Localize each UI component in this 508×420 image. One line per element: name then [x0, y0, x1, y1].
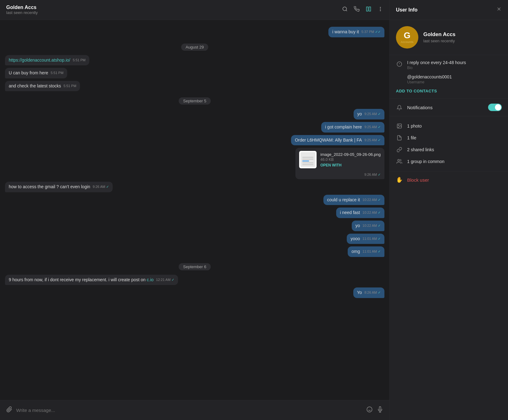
- message-time: 12:21 AM: [156, 278, 170, 282]
- block-user-button[interactable]: ✋ Block user: [396, 176, 502, 183]
- profile-status: last seen recently: [423, 39, 455, 43]
- message-link[interactable]: https://goldenaccount.atshop.io/: [9, 58, 70, 63]
- message-check-icon: ✓: [172, 278, 174, 282]
- files-label: 1 file: [407, 135, 416, 140]
- info-icon: [396, 61, 403, 68]
- message-check-icon: ✓: [378, 236, 381, 241]
- search-icon[interactable]: [342, 6, 348, 13]
- message-text: yooo: [350, 236, 360, 241]
- date-divider: September 6: [5, 263, 384, 270]
- message-input-area: [0, 400, 389, 420]
- bio-value: I reply once every 24-48 hours: [407, 60, 466, 65]
- message-text: Yo: [357, 290, 362, 295]
- message-time: 10:22 AM: [363, 210, 377, 215]
- profile-info: Golden Accs last seen recently: [423, 31, 455, 43]
- media-groups-row[interactable]: 1 group in common: [396, 156, 502, 167]
- message-text: 9 hours from now, if i dont receive my r…: [9, 277, 153, 282]
- notifications-row: Notifications: [390, 99, 508, 116]
- message-meta: 11:01 AM ✓: [363, 236, 381, 241]
- groups-icon: [396, 158, 403, 165]
- microphone-icon[interactable]: [377, 406, 383, 414]
- message-row: could u replace it 10:22 AM ✓: [5, 195, 384, 205]
- groups-label: 1 group in common: [407, 159, 444, 164]
- file-open-button[interactable]: OPEN WITH: [320, 163, 381, 167]
- chat-header-icons: [342, 6, 383, 13]
- file-name: image_2022-09-05_09-26-06.png: [320, 152, 381, 157]
- message-bubble: yo 10:22 AM ✓: [352, 221, 384, 231]
- message-row: i wanna buy it 5:37 PM ✓✓: [5, 27, 384, 37]
- date-label: August 29: [181, 44, 208, 51]
- message-text: yo: [357, 111, 362, 116]
- links-label: 2 shared links: [407, 147, 434, 152]
- svg-point-5: [380, 9, 381, 10]
- message-row: omg 11:01 AM ✓: [5, 246, 384, 257]
- message-check-icon: ✓: [378, 290, 381, 295]
- svg-point-18: [398, 125, 399, 125]
- avatar-sub: Accounts: [401, 40, 413, 44]
- close-icon[interactable]: [496, 6, 502, 13]
- block-label: Block user: [407, 177, 429, 183]
- media-links-row[interactable]: 2 shared links: [396, 144, 502, 156]
- file-meta: 9:26 AM ✓: [295, 171, 384, 179]
- message-time: 9:25 AM: [365, 138, 377, 142]
- chat-panel: Golden Accs last seen recently i wanna b…: [0, 0, 390, 420]
- message-bubble: U can buy from here 5:51 PM: [5, 68, 67, 78]
- svg-point-19: [398, 159, 400, 161]
- attach-icon[interactable]: [6, 406, 12, 414]
- message-check-icon: ✓: [378, 223, 381, 228]
- block-section: ✋ Block user: [390, 171, 508, 188]
- info-header: User Info: [390, 0, 508, 20]
- message-text: i got complain here: [325, 124, 362, 129]
- notifications-label: Notifications: [407, 105, 484, 110]
- message-row: Yo 8:26 AM ✓: [5, 287, 384, 298]
- message-time: 8:26 AM: [365, 290, 377, 295]
- user-info-panel: User Info G Accounts Golden Accs last se…: [390, 0, 508, 420]
- svg-line-1: [346, 10, 347, 11]
- media-photos-row[interactable]: 1 photo: [396, 120, 502, 132]
- layout-icon[interactable]: [366, 6, 371, 13]
- media-files-row[interactable]: 1 file: [396, 132, 502, 144]
- file-size: 46.0 KB: [320, 157, 381, 162]
- message-row: yo 10:22 AM ✓: [5, 221, 384, 231]
- media-section: 1 photo 1 file 2 shared links 1 group in…: [390, 116, 508, 171]
- message-check-icon: ✓: [378, 198, 381, 202]
- message-row: and check the latest stocks 5:51 PM: [5, 81, 384, 91]
- svg-rect-2: [366, 7, 368, 11]
- message-time: 9:26 AM: [93, 184, 105, 189]
- message-text: yo: [355, 223, 360, 228]
- file-bubble: image_2022-09-05_09-26-06.png 46.0 KB OP…: [295, 148, 384, 179]
- message-input[interactable]: [16, 408, 363, 413]
- message-link[interactable]: c.io: [147, 277, 154, 282]
- info-username-row: @goldenaccounts0001 Username: [396, 74, 502, 84]
- message-bubble: https://goldenaccount.atshop.io/ 5:51 PM: [5, 55, 89, 66]
- info-bio-section: I reply once every 24-48 hours Bio @gold…: [390, 55, 508, 99]
- notification-icon: [396, 104, 403, 111]
- links-icon: [396, 146, 403, 153]
- message-time: 9:25 AM: [365, 112, 377, 116]
- message-bubble: how to access the gmail ? can't even log…: [5, 182, 113, 192]
- message-row: i need fast 10:22 AM ✓: [5, 208, 384, 218]
- message-meta: 9:26 AM ✓: [93, 184, 109, 189]
- more-icon[interactable]: [378, 6, 383, 13]
- chat-status: last seen recently: [6, 10, 38, 15]
- message-bubble: 9 hours from now, if i dont receive my r…: [5, 275, 178, 285]
- emoji-icon[interactable]: [366, 406, 373, 414]
- notifications-toggle[interactable]: [488, 104, 502, 111]
- message-text: omg: [351, 249, 360, 254]
- date-label: September 5: [179, 97, 210, 105]
- message-time: 11:01 AM: [363, 249, 377, 254]
- message-meta: 9:25 AM ✓: [365, 125, 381, 129]
- chat-name: Golden Accs: [6, 5, 38, 10]
- svg-rect-3: [369, 7, 371, 11]
- info-profile: G Accounts Golden Accs last seen recentl…: [390, 20, 508, 55]
- message-meta: 5:51 PM: [64, 84, 76, 88]
- message-time: 5:51 PM: [64, 84, 76, 88]
- message-row: yo 9:25 AM ✓: [5, 109, 384, 119]
- message-time: 5:51 PM: [73, 58, 86, 63]
- message-text: i wanna buy it: [332, 29, 359, 34]
- add-to-contacts-button[interactable]: ADD TO CONTACTS: [396, 89, 502, 93]
- message-time: 10:22 AM: [363, 223, 377, 228]
- call-icon[interactable]: [354, 6, 360, 13]
- file-thumbnail: [299, 151, 317, 168]
- message-meta: 5:51 PM: [73, 58, 86, 63]
